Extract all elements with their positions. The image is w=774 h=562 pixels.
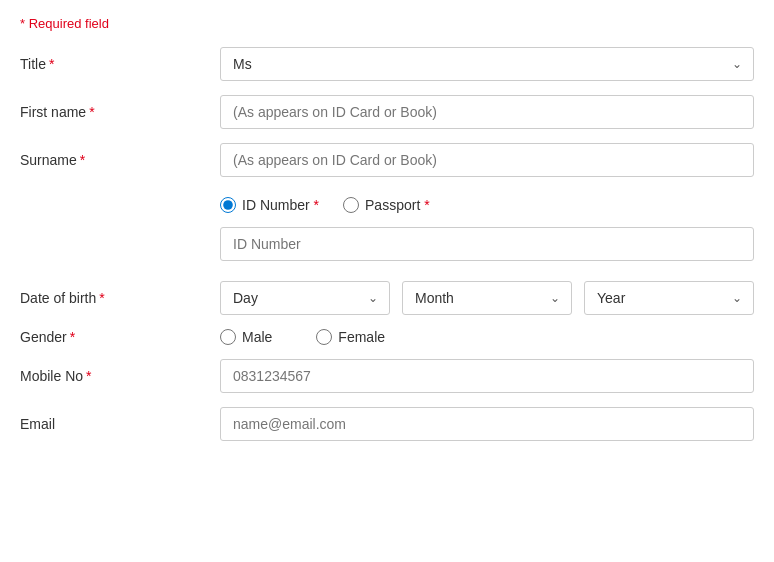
title-label-text: Title: [20, 56, 46, 72]
female-radio-option[interactable]: Female: [316, 329, 385, 345]
id-number-radio-label: ID Number *: [242, 197, 319, 213]
email-input[interactable]: [220, 407, 754, 441]
first-name-label-text: First name: [20, 104, 86, 120]
mobile-no-input[interactable]: [220, 359, 754, 393]
male-radio[interactable]: [220, 329, 236, 345]
id-passport-radio-group: ID Number * Passport *: [220, 197, 754, 213]
required-field-notice: * Required field: [20, 16, 754, 31]
surname-row: Surname *: [20, 143, 754, 177]
mobile-required-star: *: [86, 368, 91, 384]
day-select[interactable]: Day 123 456 789 10: [220, 281, 390, 315]
female-radio[interactable]: [316, 329, 332, 345]
mobile-no-label: Mobile No *: [20, 368, 220, 384]
gender-row: Gender * Male Female: [20, 329, 754, 345]
day-select-wrapper: Day 123 456 789 10 ⌄: [220, 281, 390, 315]
id-number-input[interactable]: [220, 227, 754, 261]
gender-label-text: Gender: [20, 329, 67, 345]
dob-required-star: *: [99, 290, 104, 306]
female-label: Female: [338, 329, 385, 345]
gender-label: Gender *: [20, 329, 220, 345]
id-number-label-text: ID Number: [242, 197, 310, 213]
year-select-wrapper: Year 20001999 19981997 ⌄: [584, 281, 754, 315]
date-of-birth-row: Date of birth * Day 123 456 789 10 ⌄ Mon…: [20, 281, 754, 315]
dob-selects: Day 123 456 789 10 ⌄ Month JanuaryFebrua…: [220, 281, 754, 315]
month-select[interactable]: Month JanuaryFebruaryMarch AprilMayJune …: [402, 281, 572, 315]
passport-required-star: *: [424, 197, 429, 213]
surname-label: Surname *: [20, 152, 220, 168]
id-number-required-star: *: [314, 197, 319, 213]
dob-label-text: Date of birth: [20, 290, 96, 306]
mobile-no-label-text: Mobile No: [20, 368, 83, 384]
male-radio-option[interactable]: Male: [220, 329, 272, 345]
first-name-input[interactable]: [220, 95, 754, 129]
first-name-row: First name *: [20, 95, 754, 129]
mobile-no-row: Mobile No *: [20, 359, 754, 393]
title-required-star: *: [49, 56, 54, 72]
email-label: Email: [20, 416, 220, 432]
id-number-radio[interactable]: [220, 197, 236, 213]
title-select-wrapper: Ms Mr Mrs Dr Prof ⌄: [220, 47, 754, 81]
passport-radio-option[interactable]: Passport *: [343, 197, 430, 213]
surname-input[interactable]: [220, 143, 754, 177]
passport-label-text: Passport: [365, 197, 420, 213]
male-label: Male: [242, 329, 272, 345]
gender-options: Male Female: [220, 329, 409, 345]
title-select[interactable]: Ms Mr Mrs Dr Prof: [220, 47, 754, 81]
email-label-text: Email: [20, 416, 55, 432]
passport-radio[interactable]: [343, 197, 359, 213]
email-row: Email: [20, 407, 754, 441]
dob-label: Date of birth *: [20, 290, 220, 306]
first-name-label: First name *: [20, 104, 220, 120]
month-select-wrapper: Month JanuaryFebruaryMarch AprilMayJune …: [402, 281, 572, 315]
gender-required-star: *: [70, 329, 75, 345]
title-label: Title *: [20, 56, 220, 72]
id-number-row: [20, 227, 754, 261]
year-select[interactable]: Year 20001999 19981997: [584, 281, 754, 315]
first-name-required-star: *: [89, 104, 94, 120]
id-number-radio-option[interactable]: ID Number *: [220, 197, 319, 213]
surname-label-text: Surname: [20, 152, 77, 168]
passport-radio-label: Passport *: [365, 197, 430, 213]
surname-required-star: *: [80, 152, 85, 168]
title-row: Title * Ms Mr Mrs Dr Prof ⌄: [20, 47, 754, 81]
